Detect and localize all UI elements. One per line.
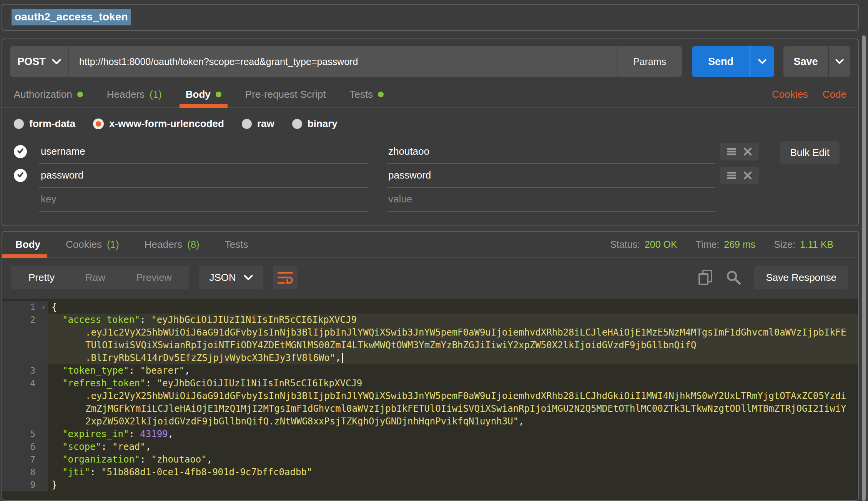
code-content: "access_token": "eyJhbGciOiJIUzI1NiIsInR… (48, 314, 858, 326)
code-content: "refresh_token": "eyJhbGciOiJIUzI1NiIsIn… (48, 377, 362, 390)
check-icon (16, 147, 25, 157)
params-button[interactable]: Params (617, 46, 682, 77)
radio-icon (292, 119, 302, 129)
row-checkbox[interactable] (14, 169, 27, 182)
line-number: 2 (2, 314, 48, 326)
code-line[interactable]: 5"expires_in": 43199, (2, 428, 858, 441)
view-mode-pretty[interactable]: Pretty (13, 272, 70, 284)
send-dropdown-button[interactable] (750, 46, 774, 77)
body-type-form-data[interactable]: form-data (14, 118, 75, 130)
size-value: 1.11 KB (800, 239, 833, 250)
view-mode-preview[interactable]: Preview (121, 272, 187, 284)
active-tab-underline (180, 104, 228, 108)
line-number (2, 390, 48, 402)
key-field[interactable]: key (39, 187, 367, 212)
row-buttons (720, 167, 759, 184)
value-field[interactable]: zhoutaoo (387, 139, 715, 164)
body-type-x-www-form-urlencoded[interactable]: x-www-form-urlencoded (93, 118, 224, 130)
code-content: "token_type": "bearer", (48, 364, 190, 377)
tab-headers[interactable]: Headers(1) (107, 82, 162, 107)
form-row-key: keyvalue (14, 187, 846, 211)
code-line[interactable]: 4"refresh_token": "eyJhbGciOiJIUzI1NiIsI… (2, 377, 858, 390)
save-dropdown-button[interactable] (828, 46, 850, 77)
response-tab-tests[interactable]: Tests (225, 232, 248, 257)
code-line[interactable]: 3"token_type": "bearer", (2, 364, 858, 377)
code-line[interactable]: 9} (2, 479, 858, 491)
response-tab-body[interactable]: Body (15, 232, 40, 257)
code-line[interactable]: TUlOIiwiSVQiXSwianRpIjoiNTFiODY4ZDEtMGNl… (2, 339, 858, 352)
key-field[interactable]: password (39, 163, 367, 188)
bulk-edit-button[interactable]: Bulk Edit (780, 141, 840, 164)
row-menu-icon[interactable] (727, 171, 737, 180)
code-editor[interactable]: 1▾{2"access_token": "eyJhbGciOiJIUzI1NiI… (2, 299, 858, 500)
code-line[interactable]: 2"access_token": "eyJhbGciOiJIUzI1NiIsIn… (2, 314, 858, 326)
code-line[interactable]: 6"scope": "read", (2, 441, 858, 453)
code-line[interactable]: 7"organization": "zhoutaoo", (2, 453, 858, 466)
tab-label: Body (15, 239, 40, 250)
code-content: .BlIryRbSL414rDv5EfzZSjpjvWybcX3hEJy3fV8… (48, 352, 858, 364)
code-content: "jti": "51b868d1-0ce1-4fb8-901d-9c7bffc0… (48, 466, 312, 479)
url-input[interactable]: http://host1:8000/oauth/token?scope=read… (68, 46, 617, 77)
line-number (2, 402, 48, 415)
response-toolbar: PrettyRawPreview JSON Save Response (2, 258, 858, 299)
code-link[interactable]: Code (823, 89, 846, 100)
radio-selected-icon (93, 119, 104, 129)
method-select[interactable]: POST (10, 46, 68, 77)
cookies-link[interactable]: Cookies (772, 89, 808, 100)
copy-icon[interactable] (698, 269, 713, 286)
body-type-raw[interactable]: raw (242, 118, 274, 130)
radio-label: raw (257, 118, 274, 130)
row-buttons (720, 143, 759, 160)
save-button[interactable]: Save (783, 46, 828, 77)
code-line[interactable]: ZmZjMGFkYmIiLCJleHAiOjE1MzQ1MjI2MTgsImF1… (2, 402, 858, 415)
wrap-text-button[interactable] (273, 266, 298, 289)
page-scrollbar[interactable] (862, 35, 866, 501)
line-number: 8 (2, 466, 48, 479)
code-line[interactable]: 2xpZW50X2lkIjoidGVzdF9jbGllbnQifQ.zNtWWG… (2, 415, 858, 428)
status-dot-icon (216, 92, 221, 97)
search-icon[interactable] (726, 270, 741, 285)
row-menu-icon[interactable] (727, 147, 737, 156)
row-check-cell (14, 169, 39, 182)
tab-count: (1) (107, 239, 119, 250)
radio-icon (242, 119, 252, 129)
view-mode-raw[interactable]: Raw (70, 272, 121, 284)
tab-authorization[interactable]: Authorization (14, 82, 83, 107)
request-name[interactable]: oauth2_access_token (12, 9, 131, 25)
code-line[interactable]: .BlIryRbSL414rDv5EfzZSjpjvWybcX3hEJy3fV8… (2, 352, 858, 364)
code-line[interactable]: .eyJ1c2VyX25hbWUiOiJ6aG91dGFvbyIsInNjb3B… (2, 326, 858, 339)
tab-pre-request-script[interactable]: Pre-request Script (245, 82, 326, 107)
line-number (2, 326, 48, 339)
save-response-button[interactable]: Save Response (754, 266, 848, 289)
body-type-binary[interactable]: binary (292, 118, 338, 130)
tab-tests[interactable]: Tests (349, 82, 384, 107)
response-tab-cookies[interactable]: Cookies(1) (66, 232, 119, 257)
tab-label: Authorization (14, 89, 72, 100)
line-number: 5 (2, 428, 48, 441)
status-value: 200 OK (645, 239, 677, 250)
line-number: 4 (2, 377, 48, 390)
value-field[interactable]: password (387, 163, 715, 188)
body-type-radios: form-datax-www-form-urlencodedrawbinary (2, 108, 858, 134)
fold-caret-icon[interactable]: ▾ (42, 301, 45, 314)
row-delete-icon[interactable] (743, 147, 752, 156)
key-field[interactable]: username (39, 139, 367, 164)
tab-body[interactable]: Body (186, 82, 221, 107)
response-tab-headers[interactable]: Headers(8) (145, 232, 200, 257)
line-number: 6 (2, 441, 48, 453)
send-button[interactable]: Send (692, 46, 750, 77)
value-field[interactable]: value (387, 187, 715, 212)
row-check-cell (14, 145, 39, 158)
status-indicator: Status:200 OK (610, 239, 677, 250)
format-select[interactable]: JSON (199, 266, 263, 289)
row-delete-icon[interactable] (743, 171, 752, 180)
code-line[interactable]: .eyJ1c2VyX25hbWUiOiJ6aG91dGFvbyIsInNjb3B… (2, 390, 858, 402)
send-button-group: Send (692, 46, 774, 77)
code-line[interactable]: 1▾{ (2, 301, 858, 314)
code-content: 2xpZW50X2lkIjoidGVzdF9jbGllbnQifQ.zNtWWG… (48, 415, 524, 428)
request-builder: POST http://host1:8000/oauth/token?scope… (2, 38, 859, 226)
code-content: } (48, 479, 57, 491)
code-line[interactable]: 8"jti": "51b868d1-0ce1-4fb8-901d-9c7bffc… (2, 466, 858, 479)
row-checkbox[interactable] (14, 145, 27, 158)
radio-label: form-data (29, 118, 75, 130)
